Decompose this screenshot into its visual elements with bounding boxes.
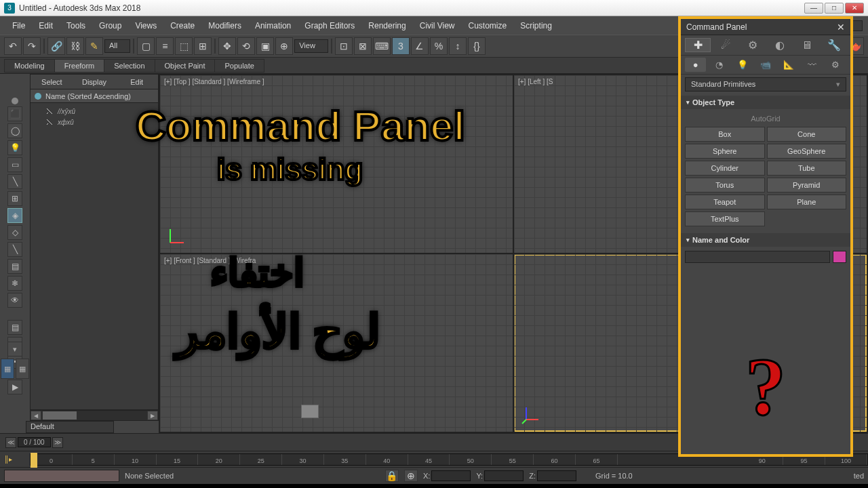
window-crossing-button[interactable]: ⊞	[194, 37, 212, 55]
prim-tube-button[interactable]: Tube	[767, 161, 847, 176]
maxscript-listener-input[interactable]	[4, 470, 119, 482]
menu-animation[interactable]: Animation	[248, 21, 298, 30]
menu-group[interactable]: Group	[92, 21, 128, 30]
prim-textplus-button[interactable]: TextPlus	[685, 211, 765, 226]
utilities-tab-icon[interactable]: 🔧	[822, 38, 846, 52]
viewcube-icon[interactable]	[301, 405, 319, 418]
prim-geosphere-button[interactable]: GeoSphere	[767, 144, 847, 159]
named-selection-button[interactable]: {}	[468, 37, 486, 55]
menu-rendering[interactable]: Rendering	[361, 21, 412, 30]
geometry-sub-icon[interactable]: ●	[685, 58, 706, 72]
menu-tools[interactable]: Tools	[60, 21, 92, 30]
unlink-button[interactable]: ⛓	[66, 37, 84, 55]
se-tab-edit[interactable]: Edit	[115, 75, 158, 89]
object-type-rollout-header[interactable]: Object Type	[681, 96, 850, 109]
prim-box-button[interactable]: Box	[685, 127, 765, 142]
trackbar-toggle-icon[interactable]: ║▸	[4, 455, 12, 463]
tab-object-paint[interactable]: Object Paint	[155, 59, 216, 73]
timeline-prev-key-icon[interactable]: ≪	[5, 437, 16, 448]
maximize-button[interactable]: □	[825, 3, 844, 14]
cameras-filter-icon[interactable]: ▭	[7, 157, 22, 172]
z-coord-input[interactable]	[537, 470, 576, 481]
viewport-label[interactable]: [+] [Left ] [S	[518, 78, 553, 85]
object-name-input[interactable]	[685, 251, 830, 263]
manipulate-button[interactable]: ⊠	[354, 37, 372, 55]
command-panel-titlebar[interactable]: Command Panel ✕	[681, 19, 850, 35]
select-by-name-button[interactable]: ≡	[156, 37, 174, 55]
helpers-filter-icon[interactable]: ╲	[7, 174, 22, 189]
motion-tab-icon[interactable]: ◐	[768, 38, 792, 52]
xrefs-filter-icon[interactable]: ◇	[7, 225, 22, 240]
tab-populate[interactable]: Populate	[214, 59, 264, 73]
spacewarps-sub-icon[interactable]: 〰	[802, 58, 823, 72]
isolate-selection-icon[interactable]: ⊕	[404, 470, 418, 482]
autogrid-checkbox[interactable]: AutoGrid	[685, 113, 846, 127]
placement-button[interactable]: ⊕	[275, 37, 293, 55]
close-button[interactable]: ✕	[845, 3, 864, 14]
helpers-sub-icon[interactable]: 📐	[778, 58, 800, 72]
viewport-layout-alt-button[interactable]: ▦	[16, 359, 29, 379]
pivot-button[interactable]: ⊡	[335, 37, 353, 55]
scale-button[interactable]: ▣	[256, 37, 274, 55]
menu-edit[interactable]: Edit	[32, 21, 60, 30]
hidden-filter-icon[interactable]: 👁	[7, 293, 22, 308]
se-column-header[interactable]: Name (Sorted Ascending)	[31, 89, 158, 103]
prim-cone-button[interactable]: Cone	[767, 127, 847, 142]
tab-selection[interactable]: Selection	[104, 59, 155, 73]
command-panel-close-icon[interactable]: ✕	[837, 22, 845, 33]
minimize-button[interactable]: —	[804, 3, 823, 14]
select-object-button[interactable]: ▢	[137, 37, 155, 55]
y-coord-input[interactable]	[484, 470, 524, 481]
bind-button[interactable]: ✎	[85, 37, 103, 55]
selection-filter-dropdown[interactable]: All	[104, 39, 130, 53]
world-axis-icon[interactable]: ▾	[7, 342, 22, 357]
menu-create[interactable]: Create	[163, 21, 201, 30]
rotate-button[interactable]: ⟲	[237, 37, 255, 55]
snap-toggle-button[interactable]: 3	[392, 37, 410, 55]
spinner-snap-button[interactable]: ↕	[449, 37, 467, 55]
prim-plane-button[interactable]: Plane	[767, 195, 847, 209]
menu-file[interactable]: File	[5, 21, 32, 30]
layer-dropdown[interactable]: Default	[26, 421, 114, 433]
shapes-sub-icon[interactable]: ◔	[708, 58, 729, 72]
menu-modifiers[interactable]: Modifiers	[201, 21, 248, 30]
undo-button[interactable]: ↶	[4, 37, 22, 55]
tab-modeling[interactable]: Modeling	[4, 59, 55, 73]
shapes-filter-icon[interactable]: ◯	[7, 123, 22, 138]
systems-sub-icon[interactable]: ⚙	[825, 58, 846, 72]
menu-graph-editors[interactable]: Graph Editors	[298, 21, 361, 30]
scroll-left-icon[interactable]: ◀	[31, 411, 41, 420]
timeline-next-key-icon[interactable]: ≫	[52, 437, 63, 448]
groups-filter-icon[interactable]: ◈	[7, 208, 22, 223]
primitive-category-dropdown[interactable]: Standard Primitives	[685, 77, 846, 92]
viewport-label[interactable]: [+] [Top ] [Standard ] [Wireframe ]	[164, 78, 264, 85]
x-coord-input[interactable]	[431, 470, 471, 481]
lights-filter-icon[interactable]: 💡	[7, 140, 22, 155]
prim-cylinder-button[interactable]: Cylinder	[685, 161, 765, 176]
menu-civil-view[interactable]: Civil View	[413, 21, 462, 30]
prim-teapot-button[interactable]: Teapot	[685, 195, 765, 209]
frozen-filter-icon[interactable]: ❄	[7, 276, 22, 291]
scroll-thumb[interactable]	[43, 411, 77, 420]
geometry-filter-icon[interactable]: ⬛	[7, 106, 22, 121]
object-color-swatch[interactable]	[833, 251, 846, 263]
keyboard-shortcut-button[interactable]: ⌨	[373, 37, 391, 55]
tab-freeform[interactable]: Freeform	[54, 59, 105, 73]
lights-sub-icon[interactable]: 💡	[732, 58, 753, 72]
link-button[interactable]: 🔗	[47, 37, 65, 55]
menu-scripting[interactable]: Scripting	[513, 21, 559, 30]
modify-tab-icon[interactable]: ☄	[713, 38, 738, 52]
redo-button[interactable]: ↷	[23, 37, 41, 55]
name-color-rollout-header[interactable]: Name and Color	[681, 233, 850, 247]
time-slider-handle[interactable]	[31, 453, 37, 468]
spacewarps-filter-icon[interactable]: ⊞	[7, 191, 22, 206]
scroll-right-icon[interactable]: ▶	[147, 411, 158, 420]
prim-torus-button[interactable]: Torus	[685, 178, 765, 192]
prim-pyramid-button[interactable]: Pyramid	[767, 178, 847, 192]
menu-customize[interactable]: Customize	[462, 21, 514, 30]
display-toggle-icon[interactable]	[12, 98, 18, 104]
command-panel[interactable]: Command Panel ✕ ✚ ☄ ⚙ ◐ 🖥 🔧 ● ◔ 💡 📹 📐 〰 …	[678, 16, 853, 457]
bone-filter-icon[interactable]: ╲	[7, 242, 22, 257]
reference-coord-dropdown[interactable]: View	[294, 39, 328, 53]
list-view-icon[interactable]: ▤	[7, 320, 22, 335]
